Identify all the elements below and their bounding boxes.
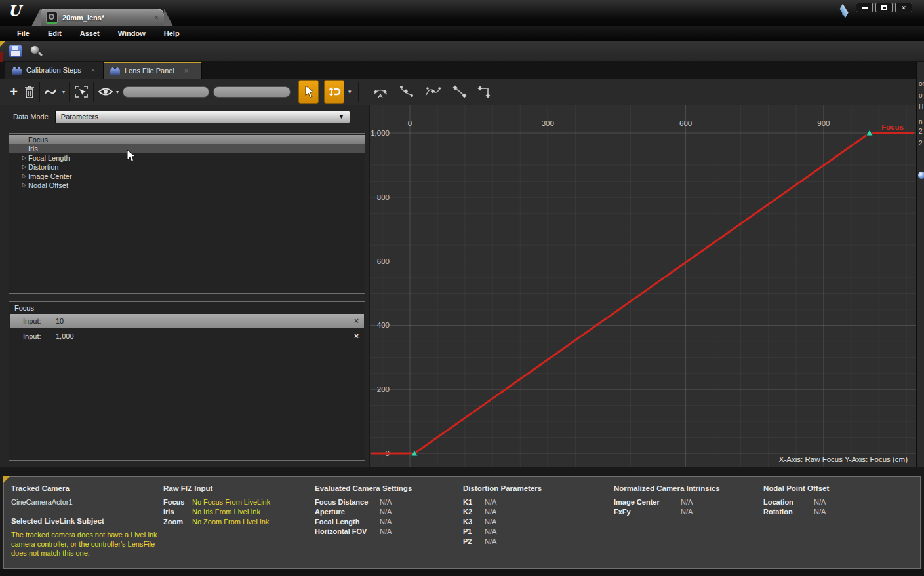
fiz-status: No Zoom From LiveLink: [192, 517, 269, 527]
list-item-image-center[interactable]: ▷Image Center: [9, 172, 365, 181]
lower-divider-strip: [0, 467, 924, 476]
section-title: Tracked Camera: [11, 484, 163, 493]
livelink-status-panel: Tracked Camera CineCameraActor1 Selected…: [3, 476, 921, 569]
visibility-button[interactable]: ▾: [98, 79, 119, 104]
menu-window[interactable]: Window: [109, 29, 155, 37]
window-bottom-strip: [0, 569, 924, 576]
menu-file[interactable]: File: [8, 29, 39, 37]
focus-input-row-10[interactable]: Input: 10 ×: [10, 314, 364, 328]
data-mode-dropdown[interactable]: Parameters ▼: [55, 111, 350, 123]
constant-tangent-button[interactable]: [477, 79, 492, 104]
lens-asset-icon: [46, 12, 58, 24]
section-title: Nodal Point Offset: [763, 484, 829, 493]
tab-close-icon[interactable]: ×: [184, 67, 188, 75]
tracked-camera-section: Tracked Camera CineCameraActor1 Selected…: [11, 484, 163, 568]
svg-text:300: 300: [542, 119, 554, 127]
svg-text:800: 800: [377, 193, 390, 201]
list-item-iris[interactable]: Iris: [9, 144, 365, 153]
tutorials-icon[interactable]: [839, 8, 851, 17]
svg-text:600: 600: [377, 258, 390, 265]
restore-button[interactable]: [875, 3, 893, 12]
browse-icon[interactable]: [30, 45, 43, 58]
menu-help[interactable]: Help: [155, 29, 189, 37]
list-item-distortion[interactable]: ▷Distortion: [9, 163, 365, 172]
tab-lens-file-panel[interactable]: Lens File Panel ×: [104, 62, 202, 79]
toolbar-divider: [93, 82, 94, 102]
data-mode-label: Data Mode: [13, 113, 49, 121]
dropdown-caret-icon: ▾: [62, 89, 65, 95]
menu-bar: File Edit Asset Window Help: [0, 26, 924, 41]
focus-input-row-1000[interactable]: Input: 1,000 ×: [10, 329, 364, 343]
break-tangent-button[interactable]: [424, 79, 443, 104]
curve-view-button[interactable]: ▾: [44, 79, 65, 104]
add-point-button[interactable]: +: [4, 79, 24, 104]
list-item-focal-length[interactable]: ▷Focal Length: [9, 153, 365, 163]
tracked-camera-value: CineCameraActor1: [11, 497, 163, 507]
chevron-down-icon: ▼: [338, 113, 344, 120]
camera-asset-icon: [110, 67, 120, 75]
tangent-tools: [372, 79, 492, 104]
panel-corner-marker: [3, 476, 10, 483]
user-tangent-button[interactable]: [398, 79, 415, 104]
fiz-status: No Iris From LiveLink: [192, 507, 260, 517]
expand-arrow-icon[interactable]: ▷: [22, 163, 26, 172]
remove-input-icon[interactable]: ×: [354, 332, 359, 341]
dropdown-caret-icon: ▾: [116, 89, 119, 95]
list-item-nodal-offset[interactable]: ▷Nodal Offset: [9, 181, 365, 190]
auto-tangent-button[interactable]: [372, 79, 389, 104]
tab-close-icon[interactable]: ×: [91, 66, 95, 74]
toolbar-divider: [39, 82, 40, 102]
raw-fiz-section: Raw FIZ Input FocusNo Focus From LiveLin…: [163, 484, 315, 568]
nodal-point-offset-section: Nodal Point Offset LocationN/A RotationN…: [763, 484, 829, 568]
axis-snap-button[interactable]: [324, 80, 344, 104]
svg-text:X-Axis: Raw Focus Y-Axis: Fo: X-Axis: Raw Focus Y-Axis: Focus (cm): [779, 455, 908, 463]
mouse-cursor: [126, 149, 136, 164]
asset-tab-20mm-lens[interactable]: 20mm_lens* ×: [41, 9, 164, 26]
section-title: Evaluated Camera Settings: [315, 484, 463, 493]
filter-field-2[interactable]: [213, 86, 291, 98]
delete-point-button[interactable]: [24, 79, 35, 104]
unreal-lens-file-window: { "icons": { "small_close": "×", "dropdo…: [0, 0, 924, 576]
material-sphere-icon: [918, 172, 924, 179]
parameter-list-panel: Focus Iris ▷Focal Length ▷Distortion ▷Im…: [9, 133, 365, 294]
title-bar: U 20mm_lens* × ✕: [0, 0, 924, 26]
close-button[interactable]: ✕: [895, 3, 912, 12]
data-mode-row: Data Mode Parameters ▼: [0, 105, 365, 128]
linear-tangent-button[interactable]: [452, 79, 468, 104]
snap-dropdown-caret-icon[interactable]: ▾: [348, 88, 352, 95]
toolbar-divider: [69, 82, 70, 102]
list-item-focus[interactable]: Focus: [9, 135, 365, 144]
curve-canvas[interactable]: 03006009001,0008006004002000FocusX-Axis:…: [370, 105, 917, 467]
focus-curve-graph[interactable]: 03006009001,0008006004002000FocusX-Axis:…: [369, 105, 916, 467]
quick-toolbar: [0, 41, 924, 62]
section-title: Raw FIZ Input: [163, 484, 315, 493]
svg-text:0: 0: [408, 119, 412, 127]
expand-arrow-icon[interactable]: ▷: [22, 172, 26, 181]
fiz-status: No Focus From LiveLink: [192, 497, 270, 507]
curve-editor-toolbar: + ▾ ▾ ▾: [0, 79, 916, 105]
evaluated-settings-section: Evaluated Camera Settings Focus Distance…: [315, 484, 463, 568]
filter-field-1[interactable]: [123, 86, 209, 98]
expand-arrow-icon[interactable]: ▷: [22, 153, 26, 163]
svg-text:1,000: 1,000: [371, 129, 390, 137]
tab-calibration-steps[interactable]: Calibration Steps ×: [5, 62, 104, 79]
distortion-parameters-section: Distortion Parameters K1N/A K2N/A K3N/A …: [463, 484, 614, 568]
menu-asset[interactable]: Asset: [71, 29, 109, 37]
minimize-button[interactable]: [856, 3, 873, 12]
svg-text:Focus: Focus: [881, 123, 904, 131]
section-title: Selected LiveLink Subject: [11, 516, 163, 526]
select-tool-button[interactable]: [298, 80, 319, 104]
menu-edit[interactable]: Edit: [39, 29, 71, 37]
clipped-right-panel: or o H n 2 2: [916, 62, 924, 467]
panel-tab-strip: Calibration Steps × Lens File Panel ×: [0, 62, 916, 79]
frame-selection-button[interactable]: [73, 79, 89, 104]
window-controls: ✕: [856, 3, 912, 12]
svg-text:900: 900: [817, 119, 830, 127]
camera-asset-icon: [12, 66, 22, 75]
expand-arrow-icon[interactable]: ▷: [22, 181, 26, 190]
save-icon[interactable]: [9, 45, 22, 57]
asset-tab-close-icon[interactable]: ×: [154, 13, 159, 22]
focus-inputs-panel: Focus Input: 10 × Input: 1,000 ×: [9, 301, 365, 461]
toolbar-divider: [358, 82, 359, 102]
remove-input-icon[interactable]: ×: [354, 317, 359, 326]
